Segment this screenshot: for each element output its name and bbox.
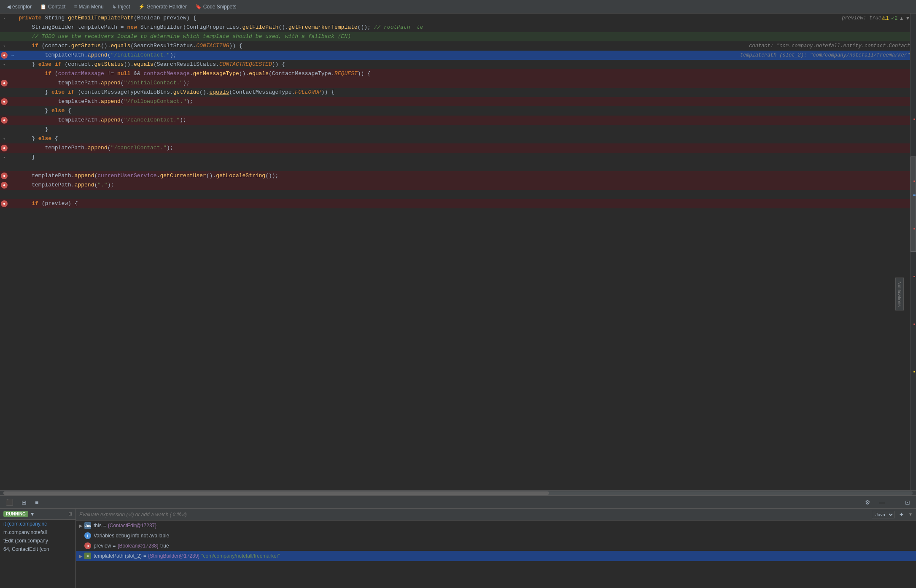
java-lang-select[interactable]: Java: [872, 511, 894, 518]
code-line-7[interactable]: if (contactMessage != null && contactMes…: [0, 69, 910, 78]
breakpoint-icon-8[interactable]: ●: [1, 80, 8, 86]
var-row-info[interactable]: ▶ i Variables debug info not available: [76, 531, 916, 541]
h-scrollbar-thumb[interactable]: [3, 491, 549, 495]
debug-status-bar: RUNNING ▼ ⊞: [0, 509, 75, 520]
line-content-6: } else if (contact.getStatus().equals(Se…: [17, 60, 910, 69]
fold-up-btn[interactable]: ▲: [899, 16, 904, 21]
line-content-1: private String getEmailTemplatePath(Bool…: [17, 13, 838, 23]
code-line-6[interactable]: ▾ } else if (contact.getStatus().equals(…: [0, 60, 910, 69]
filter-btn[interactable]: ▼: [30, 511, 35, 517]
code-line-13[interactable]: }: [0, 125, 910, 134]
contact-btn[interactable]: 📋 Contact: [37, 3, 69, 11]
code-line-18[interactable]: ● templatePath.append(currentUserService…: [0, 171, 910, 181]
expand-arrow-this[interactable]: ▶: [79, 523, 83, 528]
code-line-2[interactable]: StringBuilder templatePath = new StringB…: [0, 23, 910, 32]
code-line-15[interactable]: ● templatePath.append("/cancelContact.")…: [0, 143, 910, 153]
expand-all-btn[interactable]: ⊞: [68, 511, 72, 517]
error-stripe-3: [913, 228, 915, 229]
debug-right-content: Java + ▼ ▶ this this = {ContactEdit@1723…: [76, 509, 916, 588]
line-content-7: if (contactMessage != null && contactMes…: [17, 69, 910, 78]
code-line-10[interactable]: ● templatePath.append("/followupContact.…: [0, 97, 910, 106]
code-area[interactable]: ▾ private String getEmailTemplatePath(Bo…: [0, 13, 910, 490]
var-row-this[interactable]: ▶ this this = {ContactEdit@17237}: [76, 521, 916, 531]
code-line-8[interactable]: ● templatePath.append("/initialContact."…: [0, 78, 910, 88]
template-icon: ≡: [84, 553, 91, 559]
code-line-14[interactable]: ▾ } else {: [0, 134, 910, 143]
code-line-20[interactable]: [0, 190, 910, 199]
code-line-1[interactable]: ▾ private String getEmailTemplatePath(Bo…: [0, 13, 910, 23]
expand-arrow-templatepath[interactable]: ▶: [79, 554, 83, 558]
gutter-10: ●: [0, 98, 8, 105]
code-line-12[interactable]: ● templatePath.append("/cancelContact.")…: [0, 116, 910, 125]
fold-icon-1[interactable]: ▾: [1, 15, 8, 22]
breakpoint-icon-10[interactable]: ●: [1, 98, 8, 105]
fold-icon-6[interactable]: ▾: [1, 61, 8, 68]
main-menu-btn[interactable]: ≡ Main Menu: [70, 3, 107, 11]
breakpoint-icon-15[interactable]: ●: [1, 145, 8, 151]
callstack-item-3[interactable]: 64, ContactEdit (con: [0, 545, 75, 553]
notifications-tab[interactable]: Notifications: [895, 278, 904, 310]
callstack-item-0[interactable]: it (com.company.nc: [0, 520, 75, 528]
warning-icon: ⚠1: [881, 15, 889, 21]
breakpoint-icon-18[interactable]: ●: [1, 173, 8, 179]
debug-variables-panel: Java + ▼ ▶ this this = {ContactEdit@1723…: [76, 509, 916, 588]
breakpoint-icon-19[interactable]: ●: [1, 182, 8, 189]
line-content-3: // TODO use the receivers locale to dete…: [17, 32, 910, 41]
editor-container: ▾ private String getEmailTemplatePath(Bo…: [0, 13, 916, 490]
var-row-templatepath[interactable]: ▶ ≡ templatePath (slot_2) = {StringBuild…: [76, 551, 916, 561]
inject-btn[interactable]: ↳ Inject: [109, 3, 134, 11]
var-row-preview[interactable]: ▶ p preview = {Boolean@17238} true: [76, 541, 916, 551]
breakpoint-icon-21[interactable]: ●: [1, 200, 8, 207]
descriptor-btn[interactable]: ◀ escriptor: [3, 3, 35, 11]
debug-icon-btn[interactable]: ⬛: [3, 498, 16, 507]
debug-settings-btn[interactable]: ⚙: [862, 498, 873, 507]
line-content-11: } else {: [17, 106, 910, 116]
code-line-11[interactable]: } else {: [0, 106, 910, 116]
debug-var-list: ▶ this this = {ContactEdit@17237} ▶ i Va…: [76, 521, 916, 588]
generate-handler-btn[interactable]: ⚡ Generate Handler: [135, 3, 190, 11]
code-line-4[interactable]: ▾ if (contact.getStatus().equals(SearchR…: [0, 41, 910, 51]
fold-icon-4[interactable]: ▾: [1, 43, 8, 49]
callstack-item-2[interactable]: tEdit (com.company: [0, 537, 75, 545]
debug-close-btn[interactable]: —: [876, 498, 887, 507]
h-scrollbar-track[interactable]: [3, 491, 913, 495]
code-line-9[interactable]: } else if (contactMessageTypeRadioBtns.g…: [0, 88, 910, 97]
current-line-stripe: [913, 194, 916, 196]
callstack-item-1[interactable]: m.company.notefall: [0, 528, 75, 537]
gutter-8: ●: [0, 80, 8, 86]
line-content-9: } else if (contactMessageTypeRadioBtns.g…: [17, 88, 910, 97]
code-line-16[interactable]: ▾ }: [0, 153, 910, 162]
code-line-5[interactable]: ● → templatePath.append("/initialContact…: [0, 51, 910, 60]
ok-icon: ✓2: [891, 15, 898, 21]
breakpoint-icon-12[interactable]: ●: [1, 117, 8, 124]
gutter-21: ●: [0, 200, 8, 207]
watch-input[interactable]: [79, 512, 868, 518]
fold-icon-14[interactable]: ▾: [1, 135, 8, 142]
line-content-19: templatePath.append(".");: [17, 181, 910, 190]
code-line-17[interactable]: [0, 162, 910, 171]
h-scrollbar[interactable]: [0, 490, 916, 495]
debug-list-btn[interactable]: ≡: [32, 498, 41, 507]
gutter-19: ●: [0, 182, 8, 189]
fold-icon-16[interactable]: ▾: [1, 154, 8, 161]
debug-layout-btn[interactable]: ⊡: [903, 498, 913, 507]
line-content-17: [17, 162, 910, 171]
add-watch-btn[interactable]: +: [898, 511, 905, 518]
line-content-16: }: [17, 153, 910, 162]
code-line-3[interactable]: // TODO use the receivers locale to dete…: [0, 32, 910, 41]
watch-dropdown-btn[interactable]: ▼: [908, 512, 913, 517]
breakpoint-icon-5[interactable]: ●: [1, 52, 8, 59]
line-content-13: }: [17, 125, 910, 134]
error-stripe-4: [913, 276, 915, 277]
preview-icon: p: [84, 542, 91, 549]
debug-table-btn[interactable]: ⊞: [19, 498, 29, 507]
line-content-10: templatePath.append("/followupContact.")…: [17, 97, 910, 106]
mini-map[interactable]: [910, 13, 916, 490]
code-line-21[interactable]: ● if (preview) {: [0, 199, 910, 208]
gutter-12: ●: [0, 117, 8, 124]
code-snippets-btn[interactable]: 🔖 Code Snippets: [192, 3, 240, 11]
code-line-19[interactable]: ● templatePath.append(".");: [0, 181, 910, 190]
fold-down-btn[interactable]: ▼: [905, 16, 910, 21]
error-stripe-1: [913, 119, 915, 120]
debug-watch-bar: Java + ▼: [76, 509, 916, 521]
